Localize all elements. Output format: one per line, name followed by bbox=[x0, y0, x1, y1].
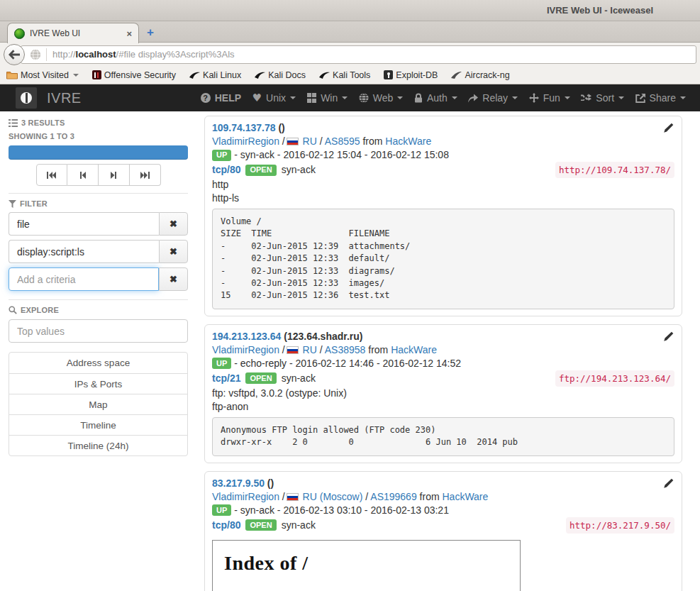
results-count: 3 RESULTS bbox=[9, 118, 188, 127]
bookmark-exploit-db[interactable]: Exploit-DB bbox=[384, 70, 438, 80]
nav-label: Unix bbox=[266, 92, 286, 104]
host-title: 194.213.123.64 (123.64.shadr.ru) bbox=[212, 330, 674, 343]
asn-link[interactable]: AS38958 bbox=[325, 344, 366, 355]
caret-down-icon bbox=[565, 96, 570, 99]
ip-link[interactable]: 109.74.137.78 bbox=[212, 122, 276, 133]
add-criteria-input[interactable] bbox=[9, 267, 159, 291]
aircrack-icon bbox=[451, 71, 462, 79]
script-name: http-ls bbox=[212, 192, 674, 205]
ip-link[interactable]: 83.217.9.50 bbox=[212, 477, 265, 489]
ip-link[interactable]: 194.213.123.64 bbox=[212, 331, 281, 342]
flag-ru-icon bbox=[287, 346, 299, 354]
bookmark-kali-tools[interactable]: Kali Tools bbox=[319, 70, 370, 80]
region-link[interactable]: VladimirRegion bbox=[212, 344, 279, 355]
port-link[interactable]: tcp/80 bbox=[212, 163, 240, 177]
nav-item-win[interactable]: Win bbox=[307, 92, 348, 104]
bookmark-kali-linux[interactable]: Kali Linux bbox=[189, 70, 241, 80]
asn-link[interactable]: AS199669 bbox=[370, 491, 416, 502]
open-badge: OPEN bbox=[245, 372, 276, 384]
separator: / bbox=[320, 136, 323, 147]
result-card: 194.213.123.64 (123.64.shadr.ru) Vladimi… bbox=[204, 324, 682, 463]
caret-down-icon bbox=[290, 96, 296, 99]
source-link[interactable]: HackWare bbox=[385, 136, 431, 147]
first-page-button[interactable] bbox=[36, 164, 67, 186]
country-link[interactable]: RU (Moscow) bbox=[303, 491, 363, 502]
next-page-button[interactable] bbox=[99, 164, 130, 186]
page-content: 3 RESULTS SHOWING 1 TO 3 FILTER ✖ ✖ ✖ bbox=[0, 111, 700, 591]
back-arrow-icon bbox=[9, 50, 20, 60]
port-reason: syn-ack bbox=[282, 163, 316, 177]
nav-item-sort[interactable]: Sort bbox=[581, 92, 624, 104]
hostname: (123.64.shadr.ru) bbox=[284, 331, 362, 342]
back-button[interactable] bbox=[4, 44, 25, 65]
nav-label: Sort bbox=[596, 92, 614, 104]
port-link[interactable]: tcp/21 bbox=[212, 372, 240, 385]
view-address-space[interactable]: Address space bbox=[9, 353, 187, 373]
filter-funnel-icon bbox=[9, 200, 16, 208]
clear-filter-button[interactable]: ✖ bbox=[159, 240, 188, 263]
up-badge: UP bbox=[212, 358, 231, 369]
top-values-input[interactable] bbox=[9, 319, 188, 343]
clear-filter-button[interactable]: ✖ bbox=[159, 212, 188, 236]
site-globe-icon bbox=[30, 49, 41, 60]
caret-down-icon bbox=[397, 96, 403, 99]
nav-item-share[interactable]: Share bbox=[635, 92, 686, 104]
region-link[interactable]: VladimirRegion bbox=[212, 136, 279, 147]
port-line: tcp/21 OPEN syn-ack ftp://194.213.123.64… bbox=[212, 370, 674, 387]
service-url-link[interactable]: ftp://194.213.123.64/ bbox=[555, 370, 674, 387]
script-name: ftp: vsftpd, 3.0.2 (ostype: Unix) bbox=[212, 387, 674, 400]
nav-item-relay[interactable]: Relay bbox=[468, 92, 518, 104]
last-page-button[interactable] bbox=[130, 164, 161, 186]
port-line: tcp/80 OPEN syn-ack http://109.74.137.78… bbox=[212, 162, 674, 178]
url-bar[interactable]: http://localhost/#file display%3Ascript%… bbox=[21, 45, 696, 64]
filter-input-1[interactable] bbox=[9, 212, 159, 236]
edit-pencil-icon[interactable] bbox=[664, 123, 674, 133]
country-link[interactable]: RU bbox=[303, 344, 317, 355]
status-line: UP - echo-reply - 2016-02-12 14:46 - 201… bbox=[212, 357, 674, 370]
status-text: - syn-ack - 2016-02-12 15:04 - 2016-02-1… bbox=[234, 149, 449, 160]
prev-page-button[interactable] bbox=[67, 164, 99, 186]
new-tab-button[interactable]: + bbox=[147, 26, 154, 38]
separator: / bbox=[282, 491, 285, 502]
bookmark-label: Offensive Security bbox=[104, 70, 176, 80]
clear-filter-button[interactable]: ✖ bbox=[159, 267, 188, 291]
edit-pencil-icon[interactable] bbox=[664, 331, 674, 341]
bookmark-most-visited[interactable]: Most Visited bbox=[6, 70, 79, 80]
bookmark-label: Aircrack-ng bbox=[465, 70, 509, 80]
view-timeline-24h[interactable]: Timeline (24h) bbox=[9, 435, 187, 455]
open-badge: OPEN bbox=[245, 519, 276, 531]
geo-line: VladimirRegion / RU (Moscow) / AS199669 … bbox=[212, 490, 674, 504]
region-link[interactable]: VladimirRegion bbox=[212, 491, 279, 502]
view-timeline[interactable]: Timeline bbox=[9, 414, 187, 435]
geo-line: VladimirRegion / RU / AS8595 from HackWa… bbox=[212, 135, 674, 148]
nav-item-help[interactable]: ? HELP bbox=[201, 92, 241, 104]
bookmark-kali-docs[interactable]: Kali Docs bbox=[255, 70, 306, 80]
bookmark-aircrack-ng[interactable]: Aircrack-ng bbox=[451, 70, 509, 80]
brand-title: IVRE bbox=[47, 90, 82, 106]
service-url-link[interactable]: http://109.74.137.78/ bbox=[555, 162, 674, 178]
edit-pencil-icon[interactable] bbox=[664, 478, 674, 488]
list-icon bbox=[9, 119, 18, 127]
nav-item-auth[interactable]: Auth bbox=[414, 92, 457, 104]
ivre-logo-icon[interactable] bbox=[16, 87, 37, 109]
nav-item-web[interactable]: Web bbox=[359, 92, 404, 104]
search-icon bbox=[9, 306, 17, 314]
view-ips-ports[interactable]: IPs & Ports bbox=[9, 373, 187, 394]
url-scheme: http:// bbox=[52, 49, 76, 60]
asn-link[interactable]: AS8595 bbox=[325, 136, 360, 147]
service-url-link[interactable]: http://83.217.9.50/ bbox=[566, 517, 674, 534]
nav-item-fun[interactable]: Fun bbox=[529, 92, 570, 104]
source-link[interactable]: HackWare bbox=[391, 344, 437, 355]
tab-close-icon[interactable]: × bbox=[126, 29, 132, 38]
bookmark-offensive-security[interactable]: Offensive Security bbox=[92, 70, 176, 80]
browser-tab[interactable]: IVRE Web UI × bbox=[7, 23, 139, 43]
hostname: () bbox=[267, 477, 274, 489]
port-link[interactable]: tcp/80 bbox=[212, 519, 240, 532]
source-link[interactable]: HackWare bbox=[442, 491, 488, 502]
geo-line: VladimirRegion / RU / AS38958 from HackW… bbox=[212, 343, 674, 357]
country-link[interactable]: RU bbox=[303, 136, 317, 147]
filter-input-2[interactable] bbox=[9, 240, 159, 263]
window-titlebar[interactable]: IVRE Web UI - Iceweasel bbox=[0, 0, 700, 21]
view-map[interactable]: Map bbox=[9, 394, 187, 414]
nav-item-unix[interactable]: ♥ Unix bbox=[252, 92, 296, 104]
